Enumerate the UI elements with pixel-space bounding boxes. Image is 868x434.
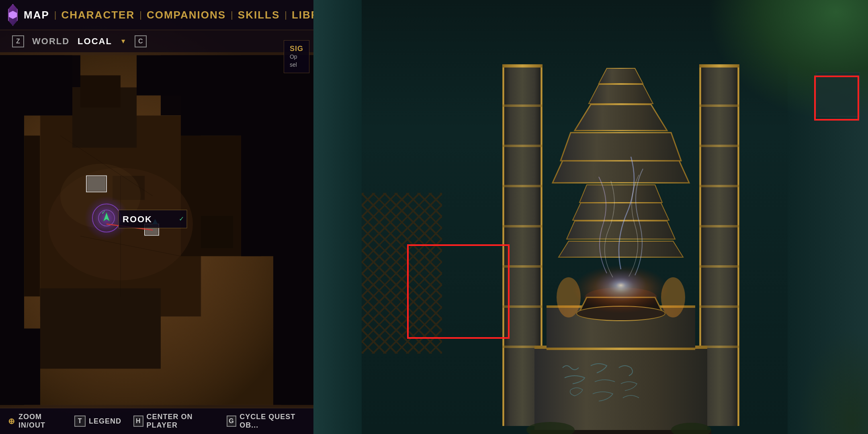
center-action: H CENTER ON PLAYER [133,413,215,430]
svg-text:ROOK: ROOK [123,214,152,224]
zoom-action: ⊕ ZOOM IN/OUT [8,413,62,430]
nav-character[interactable]: CHARACTER [61,9,135,21]
svg-rect-46 [502,185,542,187]
svg-rect-62 [534,346,707,434]
svg-marker-79 [599,68,643,84]
svg-rect-49 [502,305,542,308]
nav-sep-4: | [285,10,287,20]
svg-rect-10 [40,289,161,369]
cycle-action: G CYCLE QUEST OB... [227,413,305,430]
sub-nav-local[interactable]: LOCAL [78,36,112,47]
z-key-badge: Z [12,35,24,47]
map-svg: ROOK ✓ ✓ [0,52,313,408]
shrine-svg [470,24,772,434]
svg-rect-26 [87,177,106,191]
svg-rect-41 [502,64,504,426]
svg-rect-45 [502,145,542,147]
sub-navigation: Z WORLD LOCAL ▼ C [0,30,313,52]
cycle-key[interactable]: G [227,416,236,427]
legend-label: LEGEND [89,417,121,426]
svg-rect-60 [699,305,739,308]
nav-sep-3: | [231,10,233,20]
svg-rect-59 [699,265,739,268]
nav-library[interactable]: LIBRARY [292,9,313,21]
zoom-label: ZOOM IN/OUT [18,413,62,430]
svg-point-83 [661,277,685,317]
foliage-bottom-right [788,313,868,434]
sub-nav-world[interactable]: WORLD [32,36,70,47]
svg-rect-43 [502,64,542,68]
svg-text:✓: ✓ [101,209,106,215]
svg-text:✓: ✓ [179,215,184,222]
svg-rect-44 [502,104,542,107]
bottom-bar: ⊕ ZOOM IN/OUT T LEGEND H CENTER ON PLAYE… [0,408,313,434]
svg-marker-71 [559,241,683,257]
map-icon[interactable] [8,4,18,26]
game-background [313,0,868,434]
cycle-label: CYCLE QUEST OB... [240,413,305,430]
svg-rect-67 [547,348,695,350]
left-wall [313,0,362,434]
svg-marker-73 [573,203,669,220]
center-key[interactable]: H [133,416,143,427]
zoom-icon: ⊕ [8,416,15,426]
svg-rect-57 [699,185,739,187]
svg-marker-77 [575,104,667,131]
sig-text-1: Op [290,53,303,61]
nav-skills[interactable]: SKILLS [238,9,280,21]
svg-rect-58 [699,225,739,227]
svg-rect-13 [201,216,233,248]
map-content[interactable]: ROOK ✓ ✓ [0,52,313,408]
game-panel [313,0,868,434]
legend-key[interactable]: T [74,416,86,427]
c-key-badge: C [135,35,147,47]
sig-tooltip: SIG Op sel [284,40,309,73]
svg-marker-75 [553,161,689,183]
sig-text-2: sel [290,61,303,69]
sig-title: SIG [290,45,303,53]
nav-sep-2: | [139,10,142,20]
svg-rect-17 [0,55,64,80]
svg-rect-54 [699,64,739,68]
legend-action: T LEGEND [74,416,121,427]
nav-map[interactable]: MAP [24,9,49,21]
svg-rect-19 [181,96,281,136]
svg-rect-53 [737,64,739,426]
svg-marker-78 [589,84,653,104]
svg-marker-74 [579,185,662,203]
svg-rect-55 [699,104,739,107]
svg-rect-9 [80,76,121,108]
map-panel: MAP | CHARACTER | COMPANIONS | SKILLS | … [0,0,313,434]
nav-companions[interactable]: COMPANIONS [147,9,226,21]
svg-rect-56 [699,145,739,147]
svg-rect-16 [0,329,40,405]
trellis [362,193,442,354]
svg-rect-48 [502,265,542,268]
local-arrow-down: ▼ [120,38,127,45]
wall-panel [816,72,860,117]
center-label: CENTER ON PLAYER [147,413,215,430]
nav-sep-1: | [54,10,57,20]
svg-marker-76 [561,133,681,161]
svg-rect-47 [502,225,542,227]
top-navigation: MAP | CHARACTER | COMPANIONS | SKILLS | … [0,0,313,30]
svg-point-82 [557,277,581,317]
